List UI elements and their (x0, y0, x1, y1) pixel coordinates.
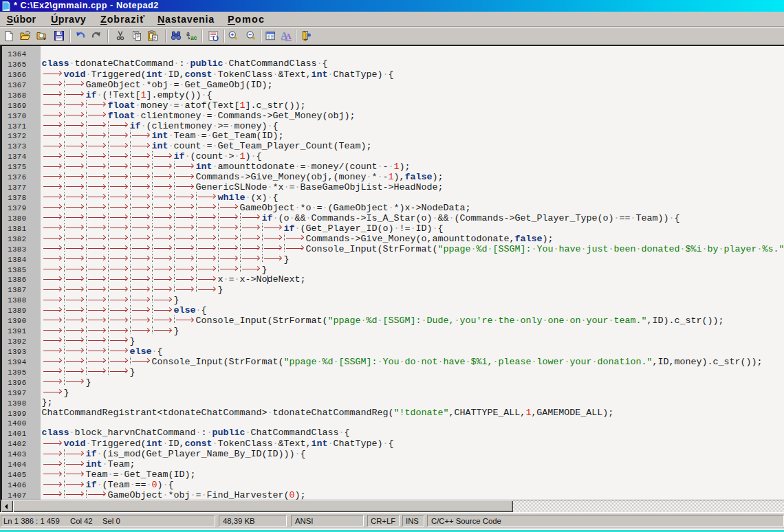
svg-text:a: a (186, 30, 190, 37)
svg-text:ac: ac (190, 34, 197, 41)
